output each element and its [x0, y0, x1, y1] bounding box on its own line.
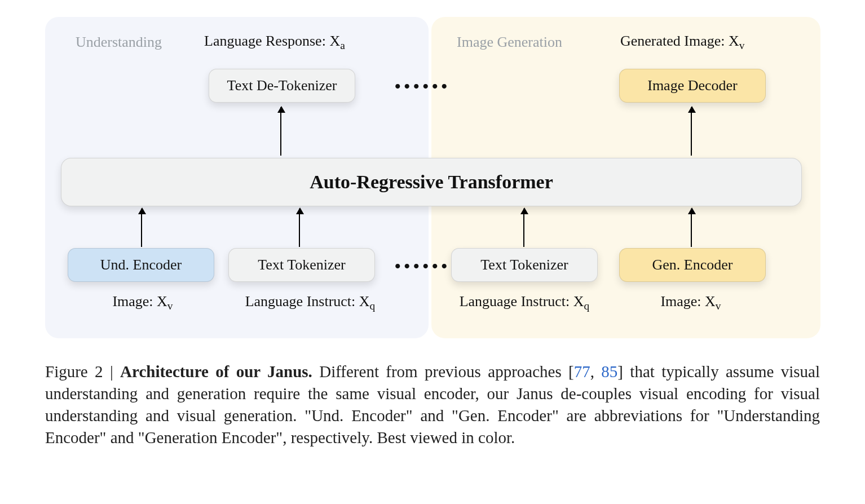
arrow-text-tokenizer-left-to-transformer: [299, 209, 300, 247]
input-image-right-label: Image: Xv: [648, 293, 733, 312]
input-lang-right-text: Language Instruct: X: [460, 293, 584, 310]
arrow-transformer-to-detokenizer: [280, 107, 281, 156]
generation-title: Image Generation: [457, 34, 562, 51]
understanding-encoder-block: Und. Encoder: [68, 248, 214, 282]
language-response-label: Language Response: Xa: [204, 33, 345, 52]
language-response-text: Language Response: X: [204, 33, 340, 49]
caption-title: Architecture of our Janus.: [120, 362, 312, 381]
input-lang-right-sub: q: [584, 300, 590, 312]
dots-top: ••••••: [395, 77, 451, 96]
understanding-title: Understanding: [76, 34, 162, 51]
citation-85[interactable]: 85: [601, 362, 617, 381]
input-image-right-sub: v: [716, 300, 721, 312]
arrow-gen-encoder-to-transformer: [691, 209, 692, 247]
generation-encoder-block: Gen. Encoder: [619, 248, 766, 282]
input-lang-left-text: Language Instruct: X: [245, 293, 370, 310]
figure-caption: Figure 2 | Architecture of our Janus. Di…: [45, 361, 820, 449]
text-tokenizer-right-block: Text Tokenizer: [451, 248, 598, 282]
dots-bottom: ••••••: [395, 257, 451, 276]
citation-77[interactable]: 77: [574, 362, 590, 381]
text-tokenizer-left-block: Text Tokenizer: [228, 248, 375, 282]
input-image-left-label: Image: Xv: [100, 293, 185, 312]
input-image-left-sub: v: [167, 300, 173, 312]
arrow-und-encoder-to-transformer: [141, 209, 142, 247]
input-lang-left-sub: q: [370, 300, 376, 312]
architecture-diagram: Understanding Image Generation Language …: [45, 17, 820, 338]
input-lang-left-label: Language Instruct: Xq: [226, 293, 395, 312]
arrow-transformer-to-decoder: [691, 107, 692, 156]
figure-number: Figure 2 |: [45, 362, 120, 381]
image-decoder-block: Image Decoder: [619, 69, 766, 103]
input-image-right-text: Image: X: [660, 293, 715, 310]
transformer-block: Auto-Regressive Transformer: [61, 158, 802, 206]
generated-image-label: Generated Image: Xv: [620, 33, 745, 52]
input-lang-right-label: Language Instruct: Xq: [440, 293, 609, 312]
citation-sep: ,: [590, 362, 602, 381]
input-image-left-text: Image: X: [112, 293, 167, 310]
language-response-sub: a: [340, 39, 345, 51]
generated-image-text: Generated Image: X: [620, 33, 739, 49]
text-detokenizer-block: Text De-Tokenizer: [209, 69, 355, 103]
caption-body-1: Different from previous approaches [: [312, 362, 574, 381]
arrow-text-tokenizer-right-to-transformer: [523, 209, 524, 247]
generated-image-sub: v: [739, 39, 745, 51]
